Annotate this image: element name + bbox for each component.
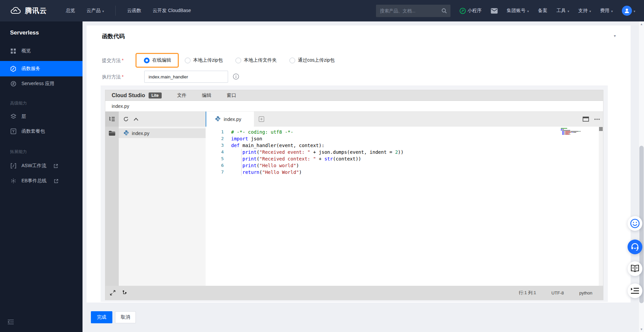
nav-tools[interactable]: 工具▾: [556, 8, 569, 14]
cloud-icon: [10, 7, 21, 15]
status-line-col[interactable]: 行:1 列:1: [519, 290, 536, 296]
fullscreen-icon[interactable]: [110, 290, 115, 295]
sidebar-item-overview[interactable]: 概览: [0, 46, 83, 56]
search-icon[interactable]: [441, 8, 447, 14]
submit-method-radio-group: 在线编辑 本地上传zip包 本地上传文件夹 通过cos上传zip包: [136, 53, 347, 68]
exec-method-input[interactable]: [144, 71, 228, 83]
sidebar-item-serverless-app[interactable]: Serverless 应用: [0, 78, 83, 89]
sidebar-item-label: 层: [21, 114, 26, 120]
status-language[interactable]: python: [579, 290, 592, 295]
submit-method-label: 提交方法*: [102, 58, 123, 64]
nav-cloudbase[interactable]: 云开发 CloudBase: [153, 8, 191, 14]
serverless-app-icon: [10, 81, 16, 87]
brand-text: 腾讯云: [25, 6, 47, 15]
explorer-toolbar: [105, 112, 206, 127]
sidebar-title: Serverless: [10, 29, 39, 36]
chevron-down-icon: ▾: [527, 9, 529, 13]
lite-badge: Lite: [149, 92, 162, 98]
radio-online-edit[interactable]: 在线编辑: [144, 57, 171, 63]
nav-overview[interactable]: 总览: [66, 8, 75, 14]
package-icon: [10, 128, 16, 135]
list-settings-icon: [631, 287, 639, 294]
activity-strip: [105, 127, 119, 286]
minimap[interactable]: [561, 128, 598, 135]
collapse-all-icon[interactable]: [131, 112, 141, 127]
refresh-icon[interactable]: [121, 112, 131, 127]
indent-guide: [241, 149, 241, 176]
editor-scrollbar[interactable]: [599, 127, 603, 286]
support-chat-button[interactable]: [628, 240, 642, 254]
editor-scrollbar-thumb[interactable]: [599, 127, 603, 131]
chevron-down-icon: ▾: [589, 9, 591, 13]
more-actions-icon[interactable]: [594, 119, 600, 120]
sidebar-item-asw[interactable]: ASW工作流: [0, 160, 83, 171]
quick-entry-button[interactable]: [628, 283, 642, 298]
code-lines: # -*- coding: utf8 -*-import jsondef mai…: [231, 129, 563, 176]
sidebar-item-scf[interactable]: 函数服务: [0, 61, 83, 76]
sidebar-item-eventbridge[interactable]: EB事件总线: [0, 176, 83, 186]
layers-icon: [10, 114, 16, 120]
nav-messages[interactable]: [491, 8, 498, 14]
search-box[interactable]: [376, 5, 450, 17]
radio-cos-zip[interactable]: 通过cos上传zip包: [289, 57, 335, 63]
radio-upload-zip[interactable]: 本地上传zip包: [185, 57, 223, 63]
feedback-smiley-button[interactable]: [628, 216, 642, 231]
code-editor[interactable]: 1234567 # -*- coding: utf8 -*-import jso…: [206, 127, 603, 286]
plugin-icon[interactable]: [122, 290, 127, 295]
page-title: 函数代码: [102, 32, 125, 40]
status-encoding[interactable]: UTF-8: [551, 290, 564, 295]
info-icon[interactable]: [233, 73, 239, 81]
required-mark: *: [122, 58, 123, 63]
nav-billing[interactable]: 费用▾: [600, 8, 613, 14]
navbar-right: 小程序 集团账号▾ 备案 工具▾ 支持▾ 费用▾ ▾: [376, 5, 635, 17]
menu-edit[interactable]: 编辑: [202, 92, 211, 98]
chevron-down-icon: ▾: [611, 9, 613, 13]
code-gutter: 1234567: [206, 129, 224, 176]
docs-button[interactable]: [628, 261, 642, 276]
collapse-section-icon[interactable]: ▾: [614, 34, 616, 38]
nav-products[interactable]: 云产品▾: [87, 8, 104, 14]
confirm-button[interactable]: 完成: [91, 311, 112, 323]
smiley-icon: [630, 218, 640, 228]
cloud-studio-editor: Cloud Studio Lite 文件 编辑 窗口 index.py: [105, 90, 603, 300]
nav-group-account[interactable]: 集团账号▾: [507, 8, 529, 14]
online-edit-highlight-box: 在线编辑: [136, 53, 179, 68]
sidebar-collapse-icon[interactable]: [7, 319, 14, 326]
menu-window[interactable]: 窗口: [227, 92, 236, 98]
menu-file[interactable]: 文件: [177, 92, 186, 98]
cloud-studio-brand: Cloud Studio: [112, 92, 145, 98]
radio-selected-icon: [144, 58, 150, 63]
chevron-down-icon: ▾: [102, 9, 104, 13]
sidebar-item-package[interactable]: 函数套餐包: [0, 126, 83, 137]
radio-upload-folder[interactable]: 本地上传文件夹: [235, 57, 277, 63]
cancel-button[interactable]: 取消: [115, 311, 136, 323]
nav-miniprogram[interactable]: 小程序: [460, 8, 482, 14]
scroll-down-icon[interactable]: ▼: [639, 328, 644, 331]
tree-view-icon[interactable]: [105, 112, 119, 127]
account-menu[interactable]: ▾: [622, 6, 635, 16]
split-editor-icon[interactable]: [583, 117, 589, 122]
tencent-cloud-logo[interactable]: 腾讯云: [10, 6, 47, 15]
avatar: [622, 6, 632, 16]
top-navbar: 腾讯云 总览 云产品▾ 云函数 云开发 CloudBase 小程序 集团账号▾ …: [0, 0, 644, 21]
nav-beian[interactable]: 备案: [538, 8, 547, 14]
tab-indexpy[interactable]: index.py: [206, 112, 254, 127]
book-icon: [630, 265, 640, 273]
sidebar-item-layers[interactable]: 层: [0, 111, 83, 122]
python-file-icon: [215, 116, 221, 123]
grid-icon: [10, 48, 16, 54]
radio-icon: [185, 58, 191, 63]
folder-icon[interactable]: [108, 130, 116, 138]
editor-statusbar: 行:1 列:1 UTF-8 python: [105, 286, 603, 300]
tree-item-indexpy[interactable]: index.py: [119, 128, 206, 138]
breadcrumb[interactable]: index.py: [105, 101, 603, 112]
file-tree: index.py: [119, 127, 206, 286]
radio-icon: [289, 58, 295, 63]
external-link-icon: [54, 179, 58, 183]
search-input[interactable]: [380, 8, 441, 13]
new-tab-icon[interactable]: [254, 112, 269, 127]
nav-support[interactable]: 支持▾: [578, 8, 591, 14]
editor-body: index.py index.py: [105, 112, 603, 286]
scroll-up-icon[interactable]: ▲: [639, 22, 644, 26]
nav-scf[interactable]: 云函数: [127, 8, 141, 14]
